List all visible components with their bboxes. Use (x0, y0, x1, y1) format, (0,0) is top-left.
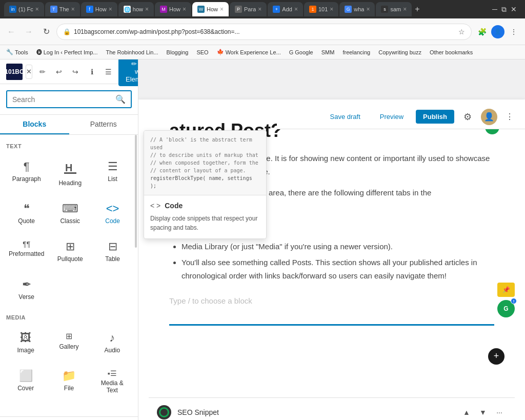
block-image[interactable]: 🖼 Image (6, 326, 45, 359)
block-quote[interactable]: ❝ Quote (6, 196, 47, 230)
block-cover[interactable]: ⬜ Cover (6, 364, 45, 399)
tab-6[interactable]: W How × (192, 2, 229, 16)
tab-blocks[interactable]: Blocks (0, 115, 69, 134)
seo-panel-up[interactable]: ▲ (459, 405, 474, 419)
block-list[interactable]: ☰ List (93, 154, 132, 192)
settings-gear-icon[interactable]: ⚙ (459, 109, 476, 125)
seo-logo (157, 405, 171, 419)
tab-close-2[interactable]: × (71, 6, 75, 13)
block-media-text[interactable]: ▪☰ Media & Text (93, 364, 132, 399)
block-verse[interactable]: ✒ Verse (6, 272, 47, 306)
tab-close-4[interactable]: × (145, 6, 149, 13)
tab-close-8[interactable]: × (294, 6, 298, 13)
code-icon: <> (106, 202, 119, 215)
seo-panel-down[interactable]: ▼ (476, 405, 490, 419)
new-tab-button[interactable]: + (415, 5, 419, 14)
undo-icon[interactable]: ↩ (52, 65, 66, 79)
block-code[interactable]: <> Code (93, 196, 132, 230)
close-button[interactable]: ✕ (511, 5, 517, 14)
scrollbar-thumb[interactable] (135, 135, 137, 248)
minimize-button[interactable]: ─ (492, 5, 497, 14)
browser-nav-bar: ← → ↻ 🔒 101bagscorner.com/wp-admin/post.… (0, 18, 525, 45)
editor-scroll-area[interactable]: // A 'block' is the abstract term used /… (138, 84, 525, 420)
tab-close-3[interactable]: × (109, 6, 112, 13)
search-icon[interactable]: 🔍 (115, 94, 126, 104)
block-paragraph[interactable]: ¶ Paragraph (6, 154, 47, 192)
profile-button[interactable]: 👤 (491, 25, 504, 38)
back-button[interactable]: ← (4, 25, 18, 39)
tab-9[interactable]: 1 101 × (304, 2, 338, 16)
tab-1[interactable]: in (1) Fc × (4, 2, 44, 16)
block-audio[interactable]: ♪ Audio (93, 326, 132, 359)
menu-icon[interactable]: ☰ (101, 65, 115, 79)
tab-8[interactable]: + Add × (268, 2, 303, 16)
block-pullquote[interactable]: ⊞ Pullquote (51, 234, 89, 268)
bookmark-other[interactable]: Other bookmarks (428, 48, 475, 56)
toolbar-more-button[interactable]: ⋮ (502, 110, 517, 124)
type-placeholder[interactable]: Type / to choose a block (169, 288, 494, 314)
tab-11[interactable]: s sam × (376, 2, 412, 16)
search-box[interactable]: 🔍 (6, 90, 132, 108)
tab-patterns[interactable]: Patterns (69, 115, 138, 134)
tab-close-9[interactable]: × (330, 6, 333, 13)
user-avatar[interactable]: 👤 (481, 109, 497, 125)
extensions-button[interactable]: 🧩 (475, 25, 489, 39)
tab-close-10[interactable]: × (366, 6, 370, 13)
audio-label: Audio (104, 347, 120, 354)
seo-snippet-panel[interactable]: SEO Snippet ▲ ▼ ··· (149, 398, 515, 421)
info-icon[interactable]: ℹ (85, 65, 99, 79)
bookmark-google[interactable]: G Google (287, 48, 315, 56)
sidebar-close-button[interactable]: ✕ (26, 65, 32, 79)
edit-elementor-button[interactable]: ✏ Edit with Elementor (118, 59, 138, 86)
tab-close-11[interactable]: × (403, 6, 407, 13)
empty-block-area[interactable]: + (169, 336, 494, 377)
bookmark-freelancing[interactable]: freelancing (340, 48, 372, 56)
block-classic[interactable]: ⌨ Classic (51, 196, 89, 230)
scrollbar-track[interactable] (135, 135, 137, 416)
tab-close-6[interactable]: × (220, 6, 224, 13)
media-text-icon: ▪☰ (108, 369, 117, 377)
preview-button[interactable]: Preview (373, 110, 411, 124)
block-preformatted[interactable]: ¶¶ Preformatted (6, 234, 47, 268)
seo-panel-more[interactable]: ··· (492, 405, 507, 419)
publish-button[interactable]: Publish (416, 110, 454, 124)
forward-button[interactable]: → (22, 25, 36, 39)
redo-icon[interactable]: ↪ (68, 65, 83, 79)
tab-close-7[interactable]: × (258, 6, 261, 13)
tab-7[interactable]: P Para × (230, 2, 267, 16)
bookmark-tools[interactable]: 🔧 Tools (4, 48, 30, 56)
tab-2[interactable]: T The × (45, 2, 80, 16)
tab-10[interactable]: G wha × (339, 2, 375, 16)
code-pre-line-4: // content or layout of a page. (150, 167, 260, 174)
block-file[interactable]: 📁 File (49, 364, 88, 399)
search-input[interactable] (12, 95, 111, 104)
grammarly-floating-icon[interactable]: G ! (497, 300, 515, 317)
tab-close-5[interactable]: × (183, 6, 186, 13)
bookmark-blogging[interactable]: Blogging (165, 48, 191, 56)
tab-close-1[interactable]: × (35, 6, 39, 13)
code-popup-title: Code (165, 202, 183, 210)
tab-4[interactable]: 🌐 how × (118, 2, 154, 16)
tab-5[interactable]: M How × (155, 2, 191, 16)
block-gallery[interactable]: ⊞ Gallery (49, 326, 88, 359)
browser-menu-button[interactable]: ⋮ (507, 25, 521, 39)
bookmark-seo[interactable]: SEO (194, 48, 210, 56)
bookmark-smm[interactable]: SMM (319, 48, 337, 56)
address-bar[interactable]: 🔒 101bagscorner.com/wp-admin/post.php?po… (56, 24, 472, 40)
refresh-button[interactable]: ↻ (39, 25, 53, 39)
bookmark-robinhood[interactable]: The Robinhood Lin... (104, 48, 160, 56)
bookmark-work[interactable]: 🍁 Work Experience Le... (215, 48, 283, 56)
bookmark-copywriting[interactable]: Copywriting buzz (376, 48, 423, 56)
block-heading[interactable]: H Heading (51, 154, 89, 192)
wp-logo[interactable]: 101BC (6, 64, 23, 80)
yellow-sticky-icon[interactable]: 📌 (497, 283, 515, 297)
restore-button[interactable]: ⧉ (501, 5, 507, 14)
block-table[interactable]: ⊟ Table (93, 234, 132, 268)
star-icon[interactable]: ☆ (458, 28, 465, 36)
save-draft-button[interactable]: Save draft (323, 110, 368, 124)
list-label: List (108, 175, 117, 183)
tab-3[interactable]: f How × (81, 2, 117, 16)
add-block-button[interactable]: + (488, 348, 504, 365)
bookmark-login[interactable]: 🅦 Log In ‹ Perfect Imp... (34, 48, 100, 56)
edit-icon[interactable]: ✏ (35, 65, 50, 79)
